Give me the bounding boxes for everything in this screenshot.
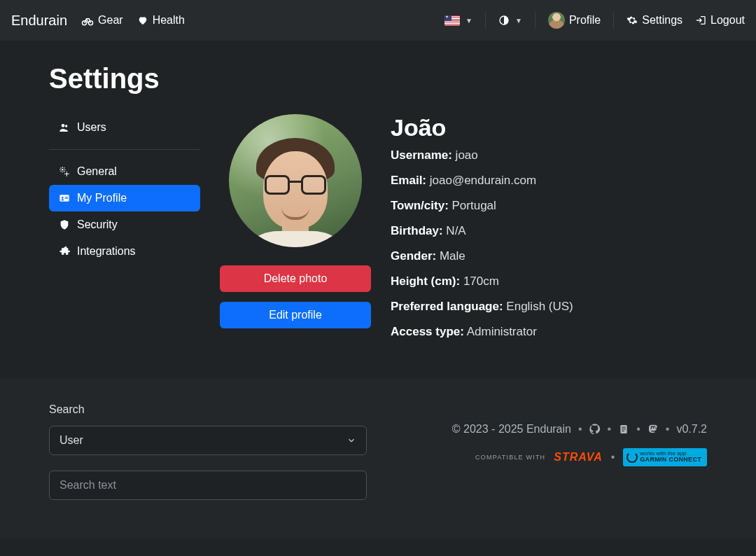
nav-settings[interactable]: Settings bbox=[626, 14, 682, 27]
svg-point-3 bbox=[62, 124, 65, 127]
sidebar-item-label: General bbox=[77, 165, 117, 178]
search-input[interactable] bbox=[49, 471, 367, 500]
nav-profile[interactable]: Profile bbox=[548, 12, 601, 29]
search-scope-select[interactable]: User bbox=[49, 426, 367, 455]
github-link[interactable] bbox=[589, 424, 601, 435]
settings-sidebar: Users General My Profile Security bbox=[49, 114, 200, 265]
sidebar-item-my-profile[interactable]: My Profile bbox=[49, 185, 200, 211]
svg-rect-14 bbox=[622, 431, 624, 431]
svg-rect-9 bbox=[65, 197, 69, 197]
detail-birthday: Birthday: N/A bbox=[391, 224, 707, 238]
search-label: Search bbox=[49, 403, 367, 416]
svg-point-8 bbox=[62, 197, 64, 199]
mastodon-link[interactable] bbox=[648, 424, 659, 435]
svg-rect-10 bbox=[65, 198, 69, 199]
nav-settings-label: Settings bbox=[642, 14, 682, 27]
svg-rect-13 bbox=[622, 429, 626, 429]
chevron-down-icon bbox=[346, 436, 356, 445]
nav-logout-label: Logout bbox=[710, 14, 745, 27]
logout-icon bbox=[695, 15, 706, 26]
sidebar-item-label: Integrations bbox=[77, 245, 136, 258]
avatar-icon bbox=[548, 12, 565, 29]
nav-health-label: Health bbox=[153, 14, 185, 27]
nav-gear-label: Gear bbox=[98, 14, 123, 27]
docs-link[interactable] bbox=[618, 424, 629, 435]
profile-avatar bbox=[229, 114, 362, 247]
svg-point-6 bbox=[66, 173, 68, 175]
divider bbox=[485, 12, 486, 29]
detail-town: Town/city: Portugal bbox=[391, 199, 707, 213]
nav-logout[interactable]: Logout bbox=[695, 14, 745, 27]
puzzle-icon bbox=[59, 246, 70, 257]
detail-gender: Gender: Male bbox=[391, 249, 707, 263]
nav-profile-label: Profile bbox=[569, 14, 601, 27]
delete-photo-button[interactable]: Delete photo bbox=[220, 265, 371, 292]
sidebar-item-users[interactable]: Users bbox=[49, 114, 200, 141]
chevron-down-icon: ▼ bbox=[465, 17, 472, 25]
svg-rect-12 bbox=[622, 427, 626, 428]
id-card-icon bbox=[59, 193, 70, 204]
nav-gear[interactable]: Gear bbox=[81, 14, 123, 27]
edit-profile-button[interactable]: Edit profile bbox=[220, 302, 371, 328]
sidebar-item-general[interactable]: General bbox=[49, 158, 200, 185]
profile-name: João bbox=[391, 114, 707, 141]
contrast-icon bbox=[498, 15, 510, 26]
top-navbar: Endurain Gear Health ▼ ▼ bbox=[0, 0, 756, 41]
detail-email: Email: joao@endurain.com bbox=[391, 174, 707, 188]
detail-username: Username: joao bbox=[391, 148, 707, 162]
chevron-down-icon: ▼ bbox=[515, 17, 522, 25]
footer-meta: © 2023 - 2025 Endurain • • • • v0.7.2 bbox=[395, 423, 707, 436]
garmin-badge: works with the appGARMIN CONNECT bbox=[623, 448, 707, 466]
brand[interactable]: Endurain bbox=[11, 13, 67, 29]
copyright: © 2023 - 2025 Endurain bbox=[452, 423, 571, 436]
gear-icon bbox=[626, 15, 638, 26]
sidebar-item-label: Security bbox=[77, 218, 118, 231]
sidebar-item-security[interactable]: Security bbox=[49, 211, 200, 238]
detail-height: Height (cm): 170cm bbox=[391, 274, 707, 289]
sidebar-item-integrations[interactable]: Integrations bbox=[49, 238, 200, 265]
footer: Search User © 2023 - 2025 Endurain • • bbox=[0, 378, 756, 539]
page-title: Settings bbox=[49, 63, 707, 95]
gears-icon bbox=[59, 166, 70, 177]
profile-details: João Username: joao Email: joao@endurain… bbox=[391, 114, 707, 350]
version: v0.7.2 bbox=[676, 423, 707, 436]
flag-us-icon bbox=[444, 15, 460, 26]
shield-icon bbox=[59, 219, 70, 230]
detail-access: Access type: Administrator bbox=[391, 325, 707, 339]
divider bbox=[49, 149, 200, 150]
svg-point-5 bbox=[62, 169, 64, 171]
detail-language: Preferred language: English (US) bbox=[391, 300, 707, 314]
bike-icon bbox=[81, 14, 94, 27]
divider bbox=[613, 12, 614, 29]
select-value: User bbox=[59, 434, 83, 447]
sidebar-item-label: Users bbox=[77, 121, 106, 134]
heart-icon bbox=[137, 15, 148, 26]
language-menu[interactable]: ▼ bbox=[444, 15, 472, 26]
users-icon bbox=[59, 122, 70, 133]
svg-point-4 bbox=[65, 125, 67, 127]
sidebar-item-label: My Profile bbox=[77, 192, 127, 204]
divider bbox=[535, 12, 536, 29]
nav-health[interactable]: Health bbox=[137, 14, 185, 27]
compatible-label: COMPATIBLE WITH bbox=[475, 454, 545, 461]
strava-logo: STRAVA bbox=[554, 451, 602, 464]
theme-menu[interactable]: ▼ bbox=[498, 15, 522, 26]
